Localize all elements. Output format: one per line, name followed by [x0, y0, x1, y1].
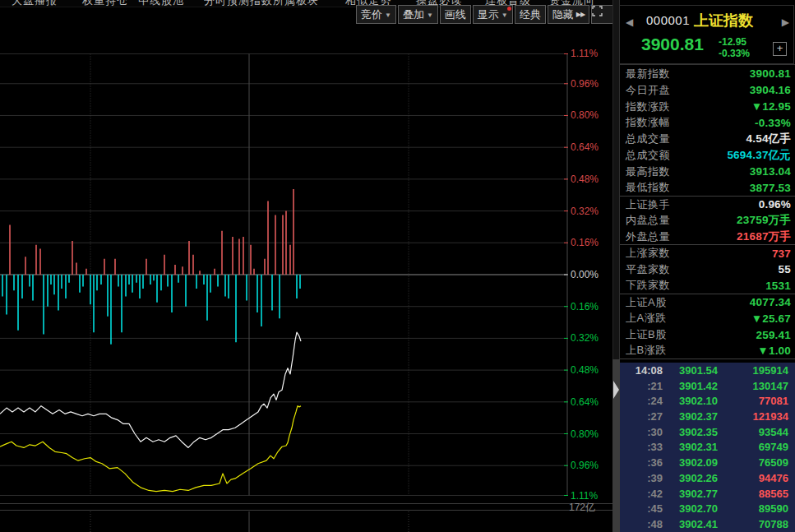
stock-app-window: 大盘播报权重持仓中线股池分时预测指数所属板块相似走势操盘必读连板晋级资金流向涨停… [0, 0, 795, 532]
tick-price: 3902.41 [663, 518, 734, 530]
index-pct-line [0, 332, 301, 447]
tick-volume: 76509 [734, 456, 795, 469]
stat-label: 外盘总量 [626, 229, 670, 244]
stock-code: 000001 [646, 13, 690, 27]
tick-volume: 69749 [734, 441, 795, 453]
intraday-chart[interactable]: 1.11%0.96%0.80%0.64%0.48%0.32%0.16%0.00%… [0, 0, 612, 532]
axis-tick-label: 0.32% [571, 206, 599, 217]
stat-label: 总成交量 [626, 132, 670, 146]
tick-volume: 70788 [734, 518, 795, 530]
tick-row: :363902.0976509 [620, 455, 795, 470]
stat-label: 上证A股 [626, 295, 667, 310]
next-stock-arrow-icon[interactable]: ▶ [782, 16, 789, 28]
tick-price: 3902.09 [663, 456, 734, 469]
stat-row: 上证换手0.96% [620, 197, 795, 213]
stat-row: 最新指数3900.81 [620, 66, 795, 82]
stat-value: 3900.81 [750, 67, 791, 80]
tick-time: 14:08 [620, 364, 663, 377]
tick-price: 3901.42 [663, 380, 734, 392]
tick-trade-list[interactable]: 14:083901.54195914:213901.42130147:24390… [620, 363, 795, 532]
volume-axis-label: 172亿 [569, 502, 595, 513]
tick-row: :333902.3169749 [620, 440, 795, 456]
last-price: 3900.81 [641, 35, 704, 54]
stat-value: 4077.34 [750, 296, 791, 308]
average-pct-line [0, 406, 301, 492]
tick-time: :39 [620, 472, 663, 484]
stat-row: 上A涨跌▼25.67 [620, 310, 795, 326]
stat-label: 指数涨幅 [626, 115, 670, 130]
tick-time: :45 [620, 502, 663, 515]
stat-row: 今日开盘3904.16 [620, 82, 795, 99]
stat-value: 23759万手 [737, 213, 791, 228]
intraday-chart-svg: 1.11%0.96%0.80%0.64%0.48%0.32%0.16%0.00%… [0, 0, 612, 532]
quote-header: ◀ 000001 上证指数 ▶ 3900.81 -12.95 -0.33% + [620, 5, 794, 64]
stat-row: 上B涨跌▼1.00 [620, 343, 795, 359]
stat-label: 上证B股 [626, 327, 667, 342]
tick-row: :243902.1077081 [620, 393, 795, 409]
price-change: -12.95 [719, 36, 746, 48]
add-to-watchlist-button[interactable]: + [773, 42, 787, 56]
stat-value: 3913.04 [750, 165, 791, 178]
tick-price: 3902.37 [663, 410, 734, 423]
axis-tick-label: 0.64% [571, 141, 599, 153]
stat-label: 今日开盘 [626, 83, 670, 98]
stat-value: -0.33% [755, 117, 791, 129]
stat-label: 平盘家数 [626, 262, 670, 277]
price-change-pct: -0.33% [719, 48, 750, 59]
stat-value: 259.41 [756, 329, 792, 341]
stat-value: 1531 [765, 280, 791, 292]
tick-volume: 94476 [734, 472, 795, 484]
tick-price: 3902.26 [663, 472, 734, 484]
stat-row: 平盘家数55 [620, 261, 795, 278]
tick-time: :33 [620, 441, 663, 453]
stat-label: 总成交额 [626, 148, 670, 163]
panel-splitter[interactable] [612, 359, 620, 532]
tick-price: 3902.35 [663, 426, 734, 438]
tick-row: :213901.42130147 [620, 378, 795, 394]
price-change-block: -12.95 -0.33% [719, 36, 750, 59]
tick-volume: 89590 [734, 502, 795, 515]
stat-row: 上证A股4077.34 [620, 294, 795, 311]
stat-value: 3904.16 [750, 84, 791, 96]
axis-tick-label: 0.80% [571, 109, 599, 121]
axis-tick-label: 0.64% [571, 396, 599, 408]
stat-row: 最低指数3877.53 [620, 180, 795, 197]
tick-price: 3901.54 [663, 364, 734, 377]
tick-row: :393902.2694476 [620, 470, 795, 486]
axis-tick-label: 0.96% [571, 78, 599, 90]
header-divider [620, 64, 795, 65]
stat-label: 上涨家数 [626, 246, 670, 261]
stat-row: 上证B股259.41 [620, 326, 795, 343]
tick-price: 3902.70 [663, 502, 734, 515]
stat-label: 最低指数 [626, 180, 670, 195]
splitter-collapse-handle-icon[interactable] [613, 381, 619, 399]
stat-label: 最新指数 [626, 67, 670, 81]
tick-row: :303902.3593544 [620, 424, 795, 440]
stat-label: 最高指数 [626, 164, 670, 179]
stat-value: 0.96% [759, 198, 791, 210]
stat-row: 内盘总量23759万手 [620, 212, 795, 229]
stats-table: 最新指数3900.81今日开盘3904.16指数涨跌▼12.95指数涨幅-0.3… [620, 66, 795, 359]
tick-volume: 77081 [734, 395, 795, 407]
stat-value: 55 [779, 263, 791, 275]
stat-label: 上证换手 [626, 197, 670, 212]
tick-volume: 195914 [734, 364, 795, 377]
tick-time: :42 [620, 488, 663, 500]
stat-value: ▼1.00 [757, 345, 791, 357]
stat-row: 下跌家数1531 [620, 278, 795, 294]
stat-row: 总成交量4.54亿手 [620, 131, 795, 147]
stat-value: 21687万手 [737, 229, 791, 244]
axis-tick-label: 0.16% [571, 301, 599, 312]
axis-tick-label: 0.96% [571, 460, 599, 471]
axis-tick-label: 0.16% [571, 237, 599, 248]
stat-value: ▼25.67 [751, 312, 791, 325]
axis-tick-label: 0.80% [571, 428, 599, 440]
stat-row: 指数涨幅-0.33% [620, 114, 795, 131]
stat-row: 外盘总量21687万手 [620, 229, 795, 245]
stat-value: 5694.37亿元 [727, 148, 791, 163]
tick-volume: 121934 [734, 410, 795, 423]
tick-volume: 130147 [734, 380, 795, 392]
tick-time: :27 [620, 410, 663, 423]
tick-time: :30 [620, 426, 663, 438]
prev-stock-arrow-icon[interactable]: ◀ [626, 16, 633, 28]
